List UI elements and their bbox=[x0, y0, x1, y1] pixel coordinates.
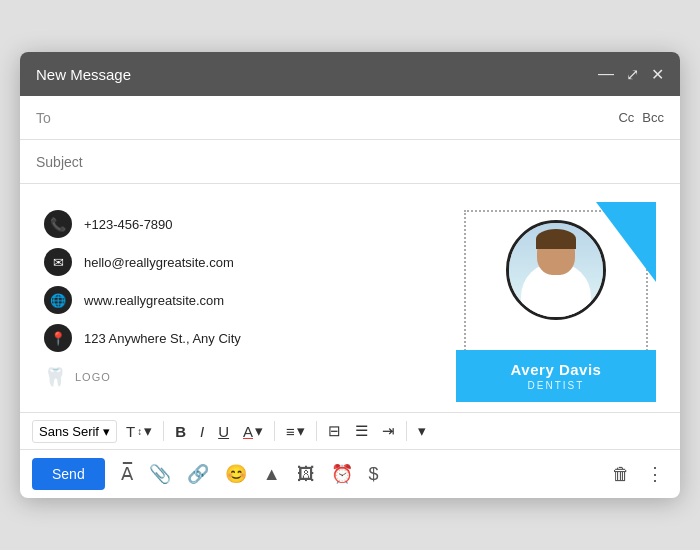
font-color-button[interactable]: A ▾ bbox=[238, 419, 268, 443]
phone-icon: 📞 bbox=[44, 210, 72, 238]
link-icon[interactable]: 🔗 bbox=[183, 461, 213, 487]
font-dropdown-icon: ▾ bbox=[103, 424, 110, 439]
window-controls: — ⤢ ✕ bbox=[598, 65, 664, 84]
address-icon: 📍 bbox=[44, 324, 72, 352]
signature-card: Avery Davis DENTIST bbox=[456, 202, 656, 402]
email-text: hello@reallygreatsite.com bbox=[84, 255, 234, 270]
indent-button[interactable]: ⇥ bbox=[377, 419, 400, 443]
website-text: www.reallygreatsite.com bbox=[84, 293, 224, 308]
font-size-arrow: ↕ bbox=[137, 426, 142, 437]
cc-bcc-controls: Cc Bcc bbox=[618, 110, 664, 125]
subject-row bbox=[20, 140, 680, 184]
align-dropdown-icon: ▾ bbox=[297, 422, 305, 440]
email-row: ✉ hello@reallygreatsite.com bbox=[44, 248, 436, 276]
avatar bbox=[506, 220, 606, 320]
underline-button[interactable]: U bbox=[213, 420, 234, 443]
font-size-icon: T bbox=[126, 423, 135, 440]
more-icon: ▾ bbox=[418, 422, 426, 440]
dollar-icon[interactable]: $ bbox=[365, 462, 383, 487]
close-button[interactable]: ✕ bbox=[651, 65, 664, 84]
divider-1 bbox=[163, 421, 164, 441]
italic-button[interactable]: I bbox=[195, 420, 209, 443]
schedule-icon[interactable]: ⏰ bbox=[327, 461, 357, 487]
title-bar: New Message — ⤢ ✕ bbox=[20, 52, 680, 96]
bullet-list-icon: ☰ bbox=[355, 422, 368, 440]
address-row: 📍 123 Anywhere St., Any City bbox=[44, 324, 436, 352]
address-text: 123 Anywhere St., Any City bbox=[84, 331, 241, 346]
minimize-button[interactable]: — bbox=[598, 65, 614, 83]
sig-card-container: Avery Davis DENTIST bbox=[456, 202, 656, 402]
cc-button[interactable]: Cc bbox=[618, 110, 634, 125]
dentist-hair bbox=[536, 229, 576, 249]
website-icon: 🌐 bbox=[44, 286, 72, 314]
divider-2 bbox=[274, 421, 275, 441]
subject-input[interactable] bbox=[36, 154, 664, 170]
phone-row: 📞 +123-456-7890 bbox=[44, 210, 436, 238]
drive-icon[interactable]: ▲ bbox=[259, 462, 285, 487]
website-row: 🌐 www.reallygreatsite.com bbox=[44, 286, 436, 314]
expand-button[interactable]: ⤢ bbox=[626, 65, 639, 84]
font-select[interactable]: Sans Serif ▾ bbox=[32, 420, 117, 443]
tooth-icon: 🦷 bbox=[44, 366, 67, 388]
font-label: Sans Serif bbox=[39, 424, 99, 439]
signature-left: 📞 +123-456-7890 ✉ hello@reallygreatsite.… bbox=[44, 202, 436, 402]
align-icon: ≡ bbox=[286, 423, 295, 440]
bullet-list-button[interactable]: ☰ bbox=[350, 419, 373, 443]
text-color-icon[interactable]: A̅ bbox=[117, 461, 137, 487]
action-toolbar: Send A̅ 📎 🔗 😊 ▲ 🖼 ⏰ $ 🗑 ⋮ bbox=[20, 449, 680, 498]
numbered-list-icon: ⊟ bbox=[328, 422, 341, 440]
photo-icon[interactable]: 🖼 bbox=[293, 462, 319, 487]
phone-text: +123-456-7890 bbox=[84, 217, 173, 232]
logo-label: LOGO bbox=[75, 371, 111, 383]
align-button[interactable]: ≡ ▾ bbox=[281, 419, 310, 443]
numbered-list-button[interactable]: ⊟ bbox=[323, 419, 346, 443]
dentist-figure bbox=[509, 223, 603, 317]
send-button[interactable]: Send bbox=[32, 458, 105, 490]
window-title: New Message bbox=[36, 66, 131, 83]
bcc-button[interactable]: Bcc bbox=[642, 110, 664, 125]
formatting-toolbar: Sans Serif ▾ T ↕ ▾ B I U A ▾ ≡ ▾ ⊟ ☰ ⇥ bbox=[20, 412, 680, 449]
attach-file-icon[interactable]: 📎 bbox=[145, 461, 175, 487]
to-row: To Cc Bcc bbox=[20, 96, 680, 140]
divider-3 bbox=[316, 421, 317, 441]
delete-icon[interactable]: 🗑 bbox=[608, 462, 634, 487]
contact-title: DENTIST bbox=[528, 380, 585, 391]
contact-name: Avery Davis bbox=[511, 361, 602, 378]
to-label: To bbox=[36, 110, 91, 126]
more-formatting-button[interactable]: ▾ bbox=[413, 419, 431, 443]
more-options-icon[interactable]: ⋮ bbox=[642, 461, 668, 487]
font-color-icon: A bbox=[243, 423, 253, 440]
signature-area: 📞 +123-456-7890 ✉ hello@reallygreatsite.… bbox=[20, 184, 680, 412]
email-compose-window: New Message — ⤢ ✕ To Cc Bcc 📞 +123-456-7… bbox=[20, 52, 680, 498]
indent-icon: ⇥ bbox=[382, 422, 395, 440]
email-icon: ✉ bbox=[44, 248, 72, 276]
divider-4 bbox=[406, 421, 407, 441]
signature-content: 📞 +123-456-7890 ✉ hello@reallygreatsite.… bbox=[44, 202, 656, 402]
to-input[interactable] bbox=[91, 110, 618, 126]
font-size-button[interactable]: T ↕ ▾ bbox=[121, 419, 157, 443]
logo-row: 🦷 LOGO bbox=[44, 366, 436, 388]
font-color-dropdown-icon: ▾ bbox=[255, 422, 263, 440]
font-size-dropdown-icon: ▾ bbox=[144, 422, 152, 440]
name-banner: Avery Davis DENTIST bbox=[456, 350, 656, 402]
emoji-icon[interactable]: 😊 bbox=[221, 461, 251, 487]
bold-button[interactable]: B bbox=[170, 420, 191, 443]
